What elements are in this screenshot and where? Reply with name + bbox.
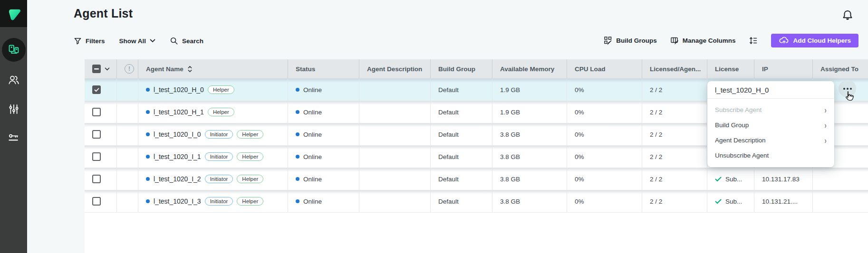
menu-item-build-group[interactable]: Build Group ›: [707, 117, 834, 132]
menu-item-label: Subscribe Agent: [715, 106, 762, 113]
add-cloud-helpers-label: Add Cloud Helpers: [793, 37, 851, 44]
sidebar-item-settings[interactable]: [0, 96, 27, 122]
cell-status: Online: [288, 168, 359, 190]
header-status[interactable]: Status: [288, 59, 359, 78]
cell-agent-description: [359, 101, 430, 123]
table-row[interactable]: l_test_1020_I_3InitiatorHelperOnlineDefa…: [85, 190, 868, 213]
menu-item-label: Unsubscribe Agent: [715, 152, 769, 159]
sort-arrows-icon[interactable]: [187, 66, 193, 73]
row-checkbox[interactable]: [92, 175, 101, 183]
header-agent-description[interactable]: Agent Description: [359, 59, 430, 78]
notifications-button[interactable]: [841, 9, 854, 22]
header-agent-name[interactable]: Agent Name: [138, 59, 288, 78]
submenu-chevron-icon: ›: [824, 135, 827, 145]
header-assigned-to[interactable]: Assigned To: [812, 59, 868, 78]
row-checkbox[interactable]: [92, 197, 101, 206]
app-logo[interactable]: [0, 0, 27, 27]
helper-badge: Helper: [208, 108, 234, 116]
cell-status: Online: [288, 190, 359, 212]
manage-columns-label: Manage Columns: [683, 37, 736, 44]
cell-cpu-load: 0%: [567, 168, 642, 190]
add-cloud-helpers-button[interactable]: Add Cloud Helpers: [771, 34, 858, 47]
cell-agent-description: [359, 79, 430, 101]
initiator-badge: Initiator: [205, 130, 233, 139]
cell-alert: [116, 79, 138, 101]
row-checkbox[interactable]: [92, 85, 101, 94]
table-row[interactable]: l_test_1020_I_2InitiatorHelperOnlineDefa…: [85, 168, 868, 190]
menu-item-subscribe-agent[interactable]: Subscribe Agent ›: [707, 102, 834, 117]
cell-agent-name: l_test_1020_I_0InitiatorHelper: [138, 123, 288, 145]
cell-build-group: Default: [430, 101, 492, 123]
header-licensed-agents-label: Licensed/Agen...: [650, 66, 701, 73]
agent-status-dot: [146, 177, 150, 181]
search-button[interactable]: Search: [170, 37, 203, 45]
header-cpu-load[interactable]: CPU Load: [567, 59, 642, 78]
cell-status: Online: [288, 146, 359, 168]
agent-name-text: l_test_1020_I_3: [154, 197, 201, 205]
show-all-dropdown[interactable]: Show All: [119, 37, 156, 45]
agent-status-dot: [146, 132, 150, 136]
cell-build-group: Default: [430, 168, 492, 190]
filter-funnel-icon: [74, 37, 82, 45]
selection-dropdown-chevron-icon[interactable]: [105, 67, 110, 71]
users-icon: [8, 74, 19, 85]
header-build-group[interactable]: Build Group: [430, 59, 492, 78]
menu-item-unsubscribe-agent[interactable]: Unsubscribe Agent: [707, 148, 834, 163]
online-status-dot: [296, 132, 299, 136]
cell-licensed-agents: 2 / 2: [642, 190, 707, 212]
menu-item-label: Build Group: [715, 122, 749, 129]
submenu-chevron-icon: ›: [824, 105, 827, 115]
row-checkbox[interactable]: [92, 152, 101, 161]
status-text: Online: [303, 131, 322, 138]
status-text: Online: [303, 198, 322, 205]
cell-available-memory: 3.8 GB: [492, 190, 567, 212]
cell-agent-description: [359, 168, 430, 190]
manage-columns-button[interactable]: Manage Columns: [670, 36, 736, 45]
online-status-dot: [296, 88, 299, 92]
filters-button[interactable]: Filters: [74, 37, 105, 45]
ellipsis-dot: [850, 88, 852, 90]
cell-cpu-load: 0%: [567, 79, 642, 101]
select-all-checkbox[interactable]: [92, 65, 101, 73]
sidebar-item-users[interactable]: [0, 67, 27, 93]
header-agent-description-label: Agent Description: [367, 66, 422, 73]
row-density-button[interactable]: [749, 36, 758, 45]
manage-columns-icon: [670, 36, 679, 45]
status-text: Online: [303, 86, 322, 94]
header-alerts: !: [116, 59, 138, 78]
cell-agent-name: l_test_1020_I_1InitiatorHelper: [138, 146, 288, 168]
build-groups-button[interactable]: Build Groups: [604, 36, 657, 45]
helper-badge: Helper: [237, 152, 263, 161]
license-check-icon: [715, 177, 722, 182]
cell-assigned-to: [812, 190, 868, 212]
context-menu-items: Subscribe Agent › Build Group › Agent De…: [707, 99, 834, 167]
cell-status: Online: [288, 79, 359, 101]
sidebar-item-license[interactable]: [0, 125, 27, 151]
context-menu-title: l_test_1020_H_0: [707, 81, 834, 99]
header-license[interactable]: License: [707, 59, 754, 78]
cell-status: Online: [288, 101, 359, 123]
online-status-dot: [296, 110, 299, 114]
sliders-icon: [8, 103, 19, 115]
header-available-memory[interactable]: Available Memory: [492, 59, 567, 78]
sidebar-item-agents[interactable]: [0, 37, 27, 63]
cell-alert: [116, 101, 138, 123]
row-actions-ellipsis-button[interactable]: [839, 80, 856, 97]
header-assigned-to-label: Assigned To: [820, 66, 858, 73]
indeterminate-minus-icon: [94, 68, 99, 70]
status-text: Online: [303, 176, 322, 183]
helper-badge: Helper: [208, 85, 234, 94]
row-checkbox[interactable]: [92, 108, 101, 116]
header-select-all[interactable]: [85, 59, 116, 78]
table-header-row: ! Agent Name Status Agent Description Bu…: [85, 59, 868, 79]
cell-agent-name: l_test_1020_H_0Helper: [138, 79, 288, 101]
menu-item-label: Agent Description: [715, 137, 766, 144]
menu-item-agent-description[interactable]: Agent Description ›: [707, 132, 834, 148]
row-checkbox[interactable]: [92, 130, 101, 139]
header-licensed-agents[interactable]: Licensed/Agen...: [642, 59, 707, 78]
cell-licensed-agents: 2 / 2: [642, 146, 707, 168]
page-title: Agent List: [74, 7, 133, 20]
header-ip[interactable]: IP: [754, 59, 812, 78]
helper-badge: Helper: [237, 197, 263, 206]
agent-name-text: l_test_1020_I_2: [154, 175, 201, 183]
